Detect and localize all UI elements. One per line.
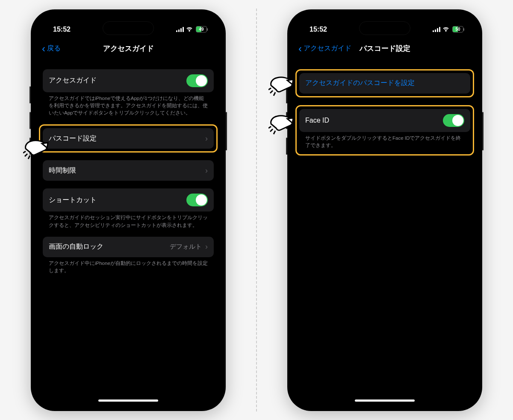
back-label: 戻る	[47, 44, 61, 53]
wifi-icon	[186, 27, 193, 32]
row-label: ショートカット	[49, 196, 97, 205]
row-label: 画面の自動ロック	[49, 242, 103, 251]
row-label: 時間制限	[49, 166, 76, 175]
row-label: アクセスガイドのパスコードを設定	[305, 79, 415, 88]
row-shortcut-toggle[interactable]: ショートカット	[43, 188, 214, 211]
home-indicator[interactable]	[98, 399, 158, 402]
row-label: アクセスガイド	[49, 76, 97, 85]
toggle-switch-on[interactable]	[186, 194, 208, 206]
chevron-right-icon: ›	[205, 242, 208, 251]
back-label: アクセスガイド	[304, 44, 351, 53]
caption-guided-access: アクセスガイドではiPhoneで使えるAppが1つだけになり、どの機能を利用でき…	[43, 92, 214, 117]
pointing-hand-icon	[23, 137, 49, 162]
row-label: Face ID	[305, 117, 329, 124]
row-value: デフォルト	[170, 243, 202, 251]
back-button[interactable]: ‹ 戻る	[42, 44, 61, 54]
phone-screen-left: 15:52 49 ‹ 戻る アクセスガイド	[37, 15, 220, 405]
battery-indicator: 50	[452, 26, 463, 32]
phone-frame-left: 15:52 49 ‹ 戻る アクセスガイド	[31, 9, 226, 411]
row-passcode-settings[interactable]: パスコード設定 ›	[43, 128, 214, 149]
row-guided-access-toggle[interactable]: アクセスガイド	[43, 69, 214, 92]
home-indicator[interactable]	[355, 399, 415, 402]
battery-indicator: 49	[196, 26, 207, 32]
back-button[interactable]: ‹ アクセスガイド	[298, 44, 351, 54]
chevron-right-icon: ›	[205, 166, 208, 175]
phone-frame-right: 15:52 50 ‹ アクセスガイド パスコード設定	[287, 9, 482, 411]
caption-autolock: アクセスガイド中にiPhoneが自動的にロックされるまでの時間を設定します。	[43, 257, 214, 275]
toggle-switch-on[interactable]	[443, 114, 464, 127]
highlight-passcode-settings: パスコード設定 ›	[39, 124, 218, 153]
nav-title: アクセスガイド	[37, 44, 220, 53]
row-label: パスコード設定	[49, 134, 97, 143]
highlight-face-id: Face ID サイドボタンをダブルクリックするとFace IDでアクセスガイド…	[295, 105, 474, 156]
pointing-hand-icon	[268, 112, 294, 138]
status-time: 15:52	[53, 26, 71, 33]
caption-shortcut: アクセスガイドのセッション実行中にサイドボタンをトリプルクリックすると、アクセシ…	[43, 211, 214, 229]
toggle-switch-on[interactable]	[186, 74, 208, 87]
chevron-right-icon: ›	[205, 134, 208, 143]
row-auto-lock[interactable]: 画面の自動ロック デフォルト ›	[43, 237, 214, 257]
dynamic-island	[359, 21, 410, 35]
cellular-signal-icon	[433, 27, 440, 32]
nav-bar: ‹ アクセスガイド パスコード設定	[293, 39, 476, 58]
chevron-left-icon: ‹	[298, 44, 302, 54]
wifi-icon	[443, 27, 450, 32]
pointing-hand-icon	[268, 73, 294, 99]
status-time: 15:52	[310, 26, 327, 33]
phone-screen-right: 15:52 50 ‹ アクセスガイド パスコード設定	[293, 15, 476, 405]
row-face-id-toggle[interactable]: Face ID	[299, 109, 470, 132]
chevron-left-icon: ‹	[42, 44, 45, 54]
caption-face-id: サイドボタンをダブルクリックするとFace IDでアクセスガイドを終了できます。	[299, 132, 470, 152]
row-set-guided-access-passcode[interactable]: アクセスガイドのパスコードを設定	[299, 73, 470, 94]
highlight-set-passcode: アクセスガイドのパスコードを設定	[295, 69, 474, 97]
nav-bar: ‹ 戻る アクセスガイド	[37, 39, 220, 58]
cellular-signal-icon	[176, 27, 184, 32]
dynamic-island	[103, 21, 154, 35]
row-time-limit[interactable]: 時間制限 ›	[43, 160, 214, 181]
